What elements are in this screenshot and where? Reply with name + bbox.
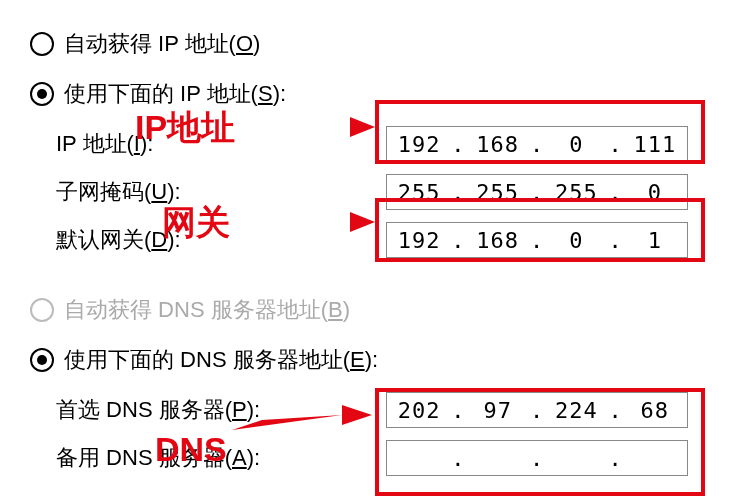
radio-auto-ip-row[interactable]: 自动获得 IP 地址(O)	[30, 20, 720, 68]
field-row-alternate-dns: 备用 DNS 服务器(A): . . .	[30, 434, 720, 482]
radio-auto-dns-row[interactable]: 自动获得 DNS 服务器地址(B)	[30, 286, 720, 334]
subnet-mask-input[interactable]: 255. 255. 255. 0	[386, 174, 688, 210]
radio-auto-dns-label: 自动获得 DNS 服务器地址(B)	[64, 295, 350, 325]
field-label-primary-dns: 首选 DNS 服务器(P):	[56, 395, 386, 425]
primary-dns-input[interactable]: 202. 97. 224. 68	[386, 392, 688, 428]
gateway-input[interactable]: 192. 168. 0. 1	[386, 222, 688, 258]
field-label-alternate-dns: 备用 DNS 服务器(A):	[56, 443, 386, 473]
field-row-mask: 子网掩码(U): 255. 255. 255. 0	[30, 168, 720, 216]
radio-manual-ip[interactable]	[30, 82, 54, 106]
radio-auto-ip-label: 自动获得 IP 地址(O)	[64, 29, 260, 59]
field-row-primary-dns: 首选 DNS 服务器(P): 202. 97. 224. 68	[30, 386, 720, 434]
ip-address-input[interactable]: 192. 168. 0. 111	[386, 126, 688, 162]
field-label-gateway: 默认网关(D):	[56, 225, 386, 255]
radio-auto-ip[interactable]	[30, 32, 54, 56]
field-row-ip: IP 地址(I): 192. 168. 0. 111	[30, 120, 720, 168]
radio-manual-ip-row[interactable]: 使用下面的 IP 地址(S):	[30, 70, 720, 118]
ip-settings-panel: 自动获得 IP 地址(O) 使用下面的 IP 地址(S): IP 地址(I): …	[0, 0, 750, 492]
alternate-dns-input[interactable]: . . .	[386, 440, 688, 476]
field-label-mask: 子网掩码(U):	[56, 177, 386, 207]
radio-manual-dns[interactable]	[30, 348, 54, 372]
radio-manual-dns-label: 使用下面的 DNS 服务器地址(E):	[64, 345, 378, 375]
radio-manual-ip-label: 使用下面的 IP 地址(S):	[64, 79, 286, 109]
field-label-ip: IP 地址(I):	[56, 129, 386, 159]
radio-auto-dns[interactable]	[30, 298, 54, 322]
field-row-gateway: 默认网关(D): 192. 168. 0. 1	[30, 216, 720, 264]
radio-manual-dns-row[interactable]: 使用下面的 DNS 服务器地址(E):	[30, 336, 720, 384]
